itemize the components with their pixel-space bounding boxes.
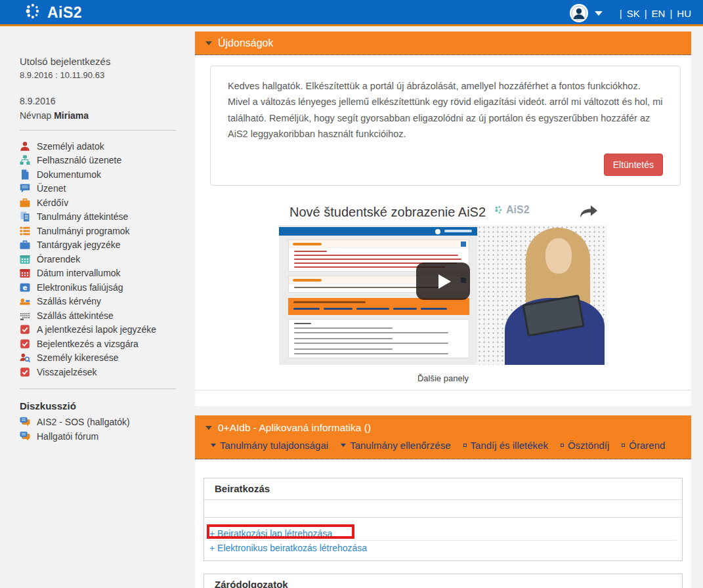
sidebar-item-accommodation-request[interactable]: Szállás kérvény xyxy=(20,295,190,309)
sidebar-item-date-intervals[interactable]: Dátum intervallumok xyxy=(20,266,190,281)
sidebar-item-study-programs[interactable]: Tanulmányi programok xyxy=(20,224,190,238)
org-chart-icon xyxy=(20,155,30,165)
sidebar-item-questionnaire[interactable]: Kérdőív xyxy=(20,196,190,210)
video-logo-watermark: AiS2 xyxy=(494,204,530,216)
enrollment-panel: Beiratkozás + Beiratkozási lap létrehozá… xyxy=(203,478,683,561)
checkbox-icon xyxy=(20,339,30,349)
study-subnav: Tanulmány tulajdonságai Tanulmány ellenő… xyxy=(211,440,681,451)
sidebar-item-user-message[interactable]: Felhasználó üzenete xyxy=(20,154,190,168)
sidebar-item-application-forms[interactable]: A jelentkezési lapok jegyzéke xyxy=(20,323,190,337)
nameday-label: Névnap xyxy=(20,110,51,121)
lang-separator: | xyxy=(620,8,622,19)
sidebar-divider xyxy=(20,130,176,131)
study-section-body: Beiratkozás + Beiratkozási lap létrehozá… xyxy=(195,459,691,588)
more-panels-toggle[interactable]: Ďalšie panely xyxy=(195,373,691,383)
link-row: + Elektronikus beiratkozás létrehozása xyxy=(209,541,677,555)
dismiss-button[interactable]: Eltüntetés xyxy=(604,154,663,176)
section-divider xyxy=(195,390,691,390)
logo-dots-icon xyxy=(25,3,42,22)
play-button[interactable] xyxy=(416,262,470,300)
empty-row xyxy=(204,500,682,518)
sidebar-item-person-search[interactable]: Személy kikeresése xyxy=(20,351,190,366)
forum-icon xyxy=(20,431,30,442)
video-player[interactable]: Nové študentské zobrazenie AiS2 AiS2 xyxy=(279,199,607,365)
study-section: 0+AIdb - Aplikovaná informatika () Tanul… xyxy=(195,415,691,588)
sidebar-item-feedback[interactable]: Visszajelzések xyxy=(20,365,190,379)
current-date: 8.9.2016 xyxy=(20,96,190,106)
video-photo-area xyxy=(477,225,607,365)
last-login-value: 8.9.2016 : 10.11.90.63 xyxy=(20,70,190,80)
create-electronic-enrollment-link[interactable]: + Elektronikus beiratkozás létrehozása xyxy=(209,543,367,553)
list-icon xyxy=(20,226,30,236)
mini-orange-header xyxy=(288,298,469,315)
app-logo[interactable]: AiS2 xyxy=(25,3,82,22)
enrollment-panel-title: Beiratkozás xyxy=(204,478,682,500)
news-message-text: Kedves hallgatók. Elkészítettük a portál… xyxy=(228,78,663,142)
nameday-name: Miriama xyxy=(54,110,89,121)
discussion-student-forum[interactable]: Hallgatói fórum xyxy=(20,429,190,444)
language-switcher: | SK | EN | HU xyxy=(620,8,691,19)
lang-hu-link[interactable]: HU xyxy=(677,8,691,19)
study-section-header: 0+AIdb - Aplikovaná informatika () Tanul… xyxy=(195,415,691,459)
subnav-tuition-fees[interactable]: Tandíj és illetékek xyxy=(463,440,548,451)
collapse-triangle-icon xyxy=(205,41,212,45)
sidebar-item-subjects-list[interactable]: Tantárgyak jegyzéke xyxy=(20,238,190,253)
last-login-label: Utolsó bejelentkezés xyxy=(20,56,190,67)
square-bullet-icon xyxy=(561,444,564,447)
sidebar-menu: Személyi adatok Felhasználó üzenete Doku… xyxy=(20,139,190,379)
discussion-heading: Diszkusszió xyxy=(20,400,190,411)
chevron-down-icon[interactable] xyxy=(595,11,603,16)
sidebar-item-personal-data[interactable]: Személyi adatok xyxy=(20,139,190,154)
checkbox-icon xyxy=(20,367,30,377)
create-enrollment-sheet-link[interactable]: + Beiratkozási lap létrehozása xyxy=(209,528,332,539)
sidebar-item-electronic-noticeboard[interactable]: e Elektronikus faliújság xyxy=(20,280,190,295)
sidebar: Utolsó bejelentkezés 8.9.2016 : 10.11.90… xyxy=(0,28,190,588)
subnav-study-check[interactable]: Tanulmány ellenőrzése xyxy=(341,440,450,451)
news-section: Újdonságok Kedves hallgatók. Elkészített… xyxy=(195,32,691,406)
accommodation-icon xyxy=(20,296,30,306)
sidebar-item-study-overview[interactable]: Tanulmány áttekintése xyxy=(20,210,190,224)
forum-icon xyxy=(20,417,30,427)
lang-separator: | xyxy=(645,8,647,19)
person-icon xyxy=(20,141,30,152)
news-message-box: Kedves hallgatók. Elkészítettük a portál… xyxy=(210,66,681,186)
document-icon xyxy=(20,169,30,180)
subnav-scholarship[interactable]: Ösztöndíj xyxy=(561,440,609,451)
triangle-icon xyxy=(341,444,346,447)
pages-icon xyxy=(20,211,30,222)
top-bar: AiS2 | SK | EN | HU xyxy=(0,0,703,26)
sidebar-item-message[interactable]: Üzenet xyxy=(20,182,190,196)
subnav-timetable[interactable]: Órarend xyxy=(622,440,665,451)
sidebar-item-timetables[interactable]: Órarendek xyxy=(20,252,190,266)
square-bullet-icon xyxy=(463,444,467,447)
study-section-title: 0+AIdb - Aplikovaná informatika () xyxy=(218,422,371,433)
message-icon xyxy=(20,183,30,194)
discussion-ais2-sos[interactable]: AIS2 - SOS (hallgatók) xyxy=(20,415,190,430)
mini-zapis-panel xyxy=(288,319,469,358)
calendar-icon xyxy=(20,268,30,278)
svg-text:e: e xyxy=(22,283,27,291)
lang-separator: | xyxy=(670,8,672,19)
logo-text: AiS2 xyxy=(47,4,82,22)
briefcase-icon xyxy=(20,198,30,208)
study-section-title-row[interactable]: 0+AIdb - Aplikovaná informatika () xyxy=(205,422,681,434)
lang-sk-link[interactable]: SK xyxy=(627,8,640,19)
thesis-panel: Záródolgozatok + Bejelentkezés és záródo… xyxy=(203,574,683,588)
lang-en-link[interactable]: EN xyxy=(652,8,666,19)
link-row: + Beiratkozási lap létrehozása xyxy=(209,526,677,541)
nameday-row: Névnap Miriama xyxy=(20,110,190,121)
checkbox-icon xyxy=(20,324,30,335)
sidebar-item-exam-registration[interactable]: Bejelentkezés a vizsgára xyxy=(20,337,190,351)
thesis-panel-title: Záródolgozatok xyxy=(204,574,682,588)
sidebar-item-documents[interactable]: Dokumentumok xyxy=(20,167,190,182)
subnav-study-properties[interactable]: Tanulmány tulajdonságai xyxy=(211,440,328,451)
news-section-header[interactable]: Újdonságok xyxy=(195,32,691,55)
triangle-icon xyxy=(211,444,216,447)
discussion-menu: AIS2 - SOS (hallgatók) Hallgatói fórum xyxy=(20,415,190,444)
share-arrow-icon[interactable] xyxy=(580,205,598,222)
video-title: Nové študentské zobrazenie AiS2 xyxy=(279,199,607,225)
news-section-title: Újdonságok xyxy=(218,37,274,49)
person-search-icon xyxy=(20,352,30,363)
user-avatar[interactable] xyxy=(570,4,588,22)
sidebar-item-accommodation-overview[interactable]: Szállás áttekintése xyxy=(20,308,190,323)
